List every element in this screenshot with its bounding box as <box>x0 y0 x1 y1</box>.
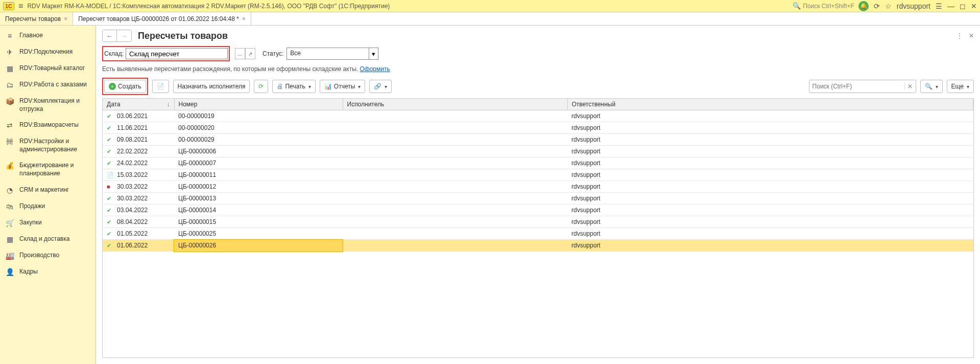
sidebar-item-1[interactable]: ✈RDV:Подключения <box>0 44 95 60</box>
page-title: Пересчеты товаров <box>138 31 228 41</box>
warning-link[interactable]: Оформить <box>360 65 390 73</box>
create-button[interactable]: + Создать <box>104 80 146 93</box>
back-button[interactable]: ← <box>103 30 117 41</box>
sidebar-item-9[interactable]: 🛍Продажи <box>0 198 95 215</box>
star-icon[interactable]: ☆ <box>885 2 892 10</box>
sidebar-item-5[interactable]: ⇄RDV:Взаиморасчеты <box>0 117 95 133</box>
refresh-button[interactable]: ⟳ <box>254 80 268 93</box>
table-row[interactable]: ✔01.06.2022ЦБ-00000026rdvsupport <box>103 240 973 252</box>
table-row[interactable]: ✔11.06.202100-00000020rdvsupport <box>103 122 973 134</box>
sidebar-item-12[interactable]: 🏭Производство <box>0 247 95 264</box>
sidebar-item-11[interactable]: ▦Склад и доставка <box>0 231 95 247</box>
table-row[interactable]: ✔08.04.2022ЦБ-00000015rdvsupport <box>103 216 973 228</box>
sidebar-item-4[interactable]: 📦RDV:Комплектация и отгрузка <box>0 93 95 117</box>
table-row[interactable]: ✔30.03.2022ЦБ-00000013rdvsupport <box>103 193 973 204</box>
tab-close-icon[interactable]: × <box>64 15 67 22</box>
col-date[interactable]: Дата ↓ <box>103 99 174 110</box>
title-bar: 1C ≡ RDV Маркет RM-KA-MODEL / 1С:Комплек… <box>0 0 980 12</box>
reports-button[interactable]: 📊 Отчеты ▾ <box>320 80 365 93</box>
sidebar-item-2[interactable]: ▦RDV:Товарный каталог <box>0 60 95 77</box>
status-dropdown-button[interactable]: ▾ <box>369 48 378 59</box>
sidebar-icon: 🛍 <box>5 202 14 211</box>
chevron-down-icon: ▾ <box>967 84 969 89</box>
print-label: Печать <box>285 83 305 90</box>
settings-icon[interactable]: ☰ <box>936 2 942 10</box>
cell-date: 01.05.2022 <box>117 230 148 237</box>
col-responsible[interactable]: Ответственный <box>567 99 973 110</box>
table-row[interactable]: ■30.03.2022ЦБ-00000012rdvsupport <box>103 181 973 193</box>
table[interactable]: Дата ↓ Номер Исполнитель Ответственный ✔… <box>102 98 974 358</box>
filter-button[interactable]: 🔍 ▾ <box>920 80 943 93</box>
sidebar-icon: 🛒 <box>5 219 14 227</box>
status-select[interactable]: Все ▾ <box>286 48 378 60</box>
create-label: Создать <box>118 83 141 90</box>
cell-executor <box>343 110 567 122</box>
clear-search-icon[interactable]: ✕ <box>904 83 916 90</box>
table-row[interactable]: ✔22.02.2022ЦБ-00000006rdvsupport <box>103 146 973 157</box>
sidebar-item-0[interactable]: ≡Главное <box>0 28 95 44</box>
sidebar-icon: ⇄ <box>5 121 14 129</box>
sidebar-item-10[interactable]: 🛒Закупки <box>0 215 95 231</box>
assign-button[interactable]: Назначить исполнителя <box>173 80 250 93</box>
maximize-icon[interactable]: ◻ <box>960 2 966 10</box>
report-icon: 📊 <box>324 83 332 90</box>
col-number[interactable]: Номер <box>174 99 343 110</box>
sidebar-icon: ▦ <box>5 64 14 73</box>
table-row[interactable]: 📄15.03.2022ЦБ-00000011rdvsupport <box>103 169 973 181</box>
print-button[interactable]: 🖨 Печать ▾ <box>272 80 315 93</box>
cell-number: ЦБ-00000013 <box>174 193 343 204</box>
close-icon[interactable]: ✕ <box>971 2 977 10</box>
sidebar-item-label: Бюджетирование и планирование <box>19 162 90 177</box>
minimize-icon[interactable]: — <box>947 2 954 10</box>
more-button[interactable]: Еще ▾ <box>947 80 974 93</box>
sidebar-item-8[interactable]: ◔CRM и маркетинг <box>0 182 95 198</box>
link-button[interactable]: 🔗 ▾ <box>369 80 392 93</box>
tab-close-icon[interactable]: × <box>242 15 246 22</box>
cell-number: ЦБ-00000025 <box>174 228 343 240</box>
sklad-open-button[interactable]: ↗ <box>245 48 255 59</box>
tab-1[interactable]: Пересчет товаров ЦБ-00000026 от 01.06.20… <box>73 12 251 25</box>
cell-number: 00-00000019 <box>174 110 343 122</box>
cell-responsible: rdvsupport <box>567 228 973 240</box>
sidebar-item-6[interactable]: 卌RDV:Настройки и администрирование <box>0 133 95 157</box>
bell-icon[interactable]: 🔔 <box>858 1 869 11</box>
sidebar-item-label: CRM и маркетинг <box>19 186 69 194</box>
table-row[interactable]: ✔03.06.202100-00000019rdvsupport <box>103 110 973 122</box>
cell-number: ЦБ-00000006 <box>174 146 343 157</box>
cell-number: 00-00000029 <box>174 134 343 146</box>
table-row[interactable]: ✔01.05.2022ЦБ-00000025rdvsupport <box>103 228 973 240</box>
row-status-icon: ✔ <box>107 136 114 143</box>
menu-icon[interactable]: ≡ <box>18 2 23 11</box>
top-search[interactable]: 🔍 Поиск Ctrl+Shift+F <box>793 2 854 10</box>
sidebar: ≡Главное✈RDV:Подключения▦RDV:Товарный ка… <box>0 26 96 364</box>
sklad-select-button[interactable]: … <box>235 48 245 59</box>
sidebar-item-13[interactable]: 👤Кадры <box>0 264 95 280</box>
forward-button[interactable]: → <box>117 30 131 41</box>
table-search-input[interactable] <box>809 83 904 90</box>
close-page-icon[interactable]: ✕ <box>969 32 974 39</box>
table-row[interactable]: ✔09.08.202100-00000029rdvsupport <box>103 134 973 146</box>
col-executor[interactable]: Исполнитель <box>343 99 567 110</box>
print-icon: 🖨 <box>277 83 283 90</box>
sidebar-icon: ≡ <box>5 32 14 40</box>
table-row[interactable]: ✔24.02.2022ЦБ-00000007rdvsupport <box>103 157 973 169</box>
username[interactable]: rdvsupport <box>897 2 930 10</box>
cell-responsible: rdvsupport <box>567 181 973 193</box>
logo-1c: 1C <box>3 2 14 10</box>
cell-executor <box>343 169 567 181</box>
cell-date: 15.03.2022 <box>117 171 148 178</box>
table-row[interactable]: ✔03.04.2022ЦБ-00000014rdvsupport <box>103 204 973 216</box>
warning-text: Есть выявленные пересчетами расхождения,… <box>102 65 360 73</box>
sidebar-item-3[interactable]: 🗂RDV:Работа с заказами <box>0 77 95 93</box>
refresh-icon[interactable]: ⟳ <box>874 2 880 10</box>
copy-button[interactable]: 📄 <box>152 80 169 93</box>
sidebar-item-7[interactable]: 💰Бюджетирование и планирование <box>0 157 95 181</box>
cell-date: 03.06.2021 <box>117 112 148 120</box>
more-menu-icon[interactable]: ⋮ <box>957 32 963 39</box>
sklad-input[interactable] <box>126 48 228 59</box>
table-search[interactable]: ✕ <box>809 80 916 93</box>
cell-number: ЦБ-00000011 <box>174 169 343 181</box>
more-label: Еще <box>951 83 964 90</box>
tab-0[interactable]: Пересчеты товаров× <box>0 12 73 25</box>
cell-number: ЦБ-00000012 <box>174 181 343 193</box>
